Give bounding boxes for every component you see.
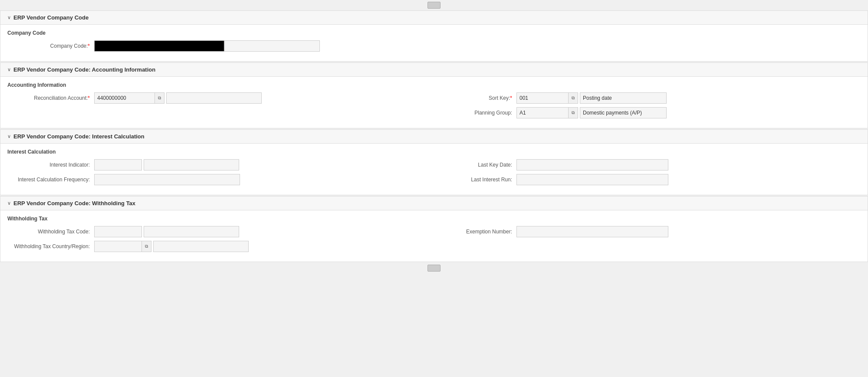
withholding-tax-country-row: Withholding Tax Country/Region: ⧉ <box>7 241 421 252</box>
vendor-company-code-title: ERP Vendor Company Code <box>13 14 89 21</box>
withholding-tax-country-label: Withholding Tax Country/Region: <box>7 243 94 249</box>
bottom-scrollbar <box>0 263 868 273</box>
last-interest-run-label: Last Interest Run: <box>447 177 516 183</box>
vendor-company-code-section: ∨ ERP Vendor Company Code Company Code C… <box>0 10 868 62</box>
interest-calculation-layout: Interest Indicator: Interest Calculation… <box>7 159 861 189</box>
accounting-right: Sort Key:* ⧉ Planning Group: <box>438 92 861 122</box>
withholding-tax-country-input[interactable] <box>94 241 142 252</box>
last-key-date-label: Last Key Date: <box>447 162 516 168</box>
withholding-tax-country-desc-input[interactable] <box>153 241 249 252</box>
company-code-extra-input[interactable] <box>224 40 320 52</box>
accounting-information-layout: Reconciliation Account:* ⧉ Sort Key:* <box>7 92 861 122</box>
company-code-input[interactable] <box>94 40 224 52</box>
withholding-tax-body: Withholding Tax Withholding Tax Code: Wi… <box>0 210 868 262</box>
interest-left: Interest Indicator: Interest Calculation… <box>7 159 438 189</box>
reconciliation-account-label: Reconciliation Account:* <box>7 95 94 101</box>
reconciliation-copy-icon[interactable]: ⧉ <box>155 92 164 104</box>
planning-group-desc-input[interactable] <box>580 107 667 118</box>
withholding-tax-code-row: Withholding Tax Code: <box>7 226 421 237</box>
exemption-number-row: Exemption Number: <box>447 226 861 237</box>
planning-group-label: Planning Group: <box>447 110 516 116</box>
interest-calculation-subsection: Interest Calculation <box>7 149 861 155</box>
interest-right: Last Key Date: Last Interest Run: <box>438 159 861 189</box>
page-container: ∨ ERP Vendor Company Code Company Code C… <box>0 0 868 377</box>
interest-calc-freq-input[interactable] <box>94 174 240 185</box>
scroll-up-button[interactable] <box>427 2 441 9</box>
exemption-number-input[interactable] <box>516 226 668 237</box>
last-interest-run-row: Last Interest Run: <box>447 174 861 185</box>
last-interest-run-input[interactable] <box>516 174 668 185</box>
withholding-tax-code-input2[interactable] <box>144 226 239 237</box>
interest-calculation-body: Interest Calculation Interest Indicator:… <box>0 144 868 195</box>
planning-group-field: ⧉ <box>516 107 578 118</box>
withholding-tax-section: ∨ ERP Vendor Company Code: Withholding T… <box>0 196 868 262</box>
accounting-information-title: ERP Vendor Company Code: Accounting Info… <box>13 66 155 73</box>
withholding-right: Exemption Number: <box>438 226 861 256</box>
interest-calc-freq-row: Interest Calculation Frequency: <box>7 174 421 185</box>
withholding-tax-code-label: Withholding Tax Code: <box>7 229 94 235</box>
accounting-information-subsection: Accounting Information <box>7 82 861 88</box>
interest-indicator-row: Interest Indicator: <box>7 159 421 170</box>
reconciliation-required: * <box>88 95 90 101</box>
sort-key-input[interactable] <box>516 92 569 104</box>
withholding-tax-country-copy-icon[interactable]: ⧉ <box>142 241 151 252</box>
withholding-tax-chevron: ∨ <box>7 200 11 206</box>
accounting-information-header[interactable]: ∨ ERP Vendor Company Code: Accounting In… <box>0 63 868 77</box>
withholding-tax-country-field: ⧉ <box>94 241 151 252</box>
accounting-information-body: Accounting Information Reconciliation Ac… <box>0 77 868 128</box>
last-key-date-row: Last Key Date: <box>447 159 861 170</box>
sort-key-row: Sort Key:* ⧉ <box>447 92 861 104</box>
accounting-information-chevron: ∨ <box>7 67 11 72</box>
withholding-left: Withholding Tax Code: Withholding Tax Co… <box>7 226 438 256</box>
withholding-tax-code-input1[interactable] <box>94 226 142 237</box>
interest-indicator-label: Interest Indicator: <box>7 162 94 168</box>
reconciliation-account-desc-input[interactable] <box>166 92 262 104</box>
sort-key-desc-input[interactable] <box>580 92 667 104</box>
sort-key-copy-icon[interactable]: ⧉ <box>569 92 578 104</box>
withholding-tax-subsection: Withholding Tax <box>7 216 861 222</box>
scroll-down-button[interactable] <box>427 265 441 272</box>
interest-indicator-input2[interactable] <box>144 159 239 170</box>
vendor-company-code-chevron: ∨ <box>7 15 11 20</box>
reconciliation-account-row: Reconciliation Account:* ⧉ <box>7 92 421 104</box>
sort-key-label: Sort Key:* <box>447 95 516 101</box>
top-scrollbar <box>0 0 868 10</box>
interest-indicator-input1[interactable] <box>94 159 142 170</box>
interest-calc-freq-label: Interest Calculation Frequency: <box>7 177 94 183</box>
interest-calculation-chevron: ∨ <box>7 134 11 139</box>
sort-key-required: * <box>510 95 512 101</box>
planning-group-input[interactable] <box>516 107 569 118</box>
sort-key-field: ⧉ <box>516 92 578 104</box>
withholding-tax-layout: Withholding Tax Code: Withholding Tax Co… <box>7 226 861 256</box>
vendor-company-code-header[interactable]: ∨ ERP Vendor Company Code <box>0 11 868 25</box>
interest-calculation-header[interactable]: ∨ ERP Vendor Company Code: Interest Calc… <box>0 130 868 144</box>
exemption-number-label: Exemption Number: <box>447 229 516 235</box>
planning-group-copy-icon[interactable]: ⧉ <box>569 107 578 118</box>
vendor-company-code-body: Company Code Company Code:* <box>0 25 868 61</box>
reconciliation-account-input[interactable] <box>94 92 155 104</box>
planning-group-row: Planning Group: ⧉ <box>447 107 861 118</box>
interest-calculation-section: ∨ ERP Vendor Company Code: Interest Calc… <box>0 129 868 195</box>
accounting-information-section: ∨ ERP Vendor Company Code: Accounting In… <box>0 62 868 128</box>
vendor-company-code-subsection: Company Code <box>7 30 861 36</box>
withholding-tax-title: ERP Vendor Company Code: Withholding Tax <box>13 200 135 207</box>
accounting-left: Reconciliation Account:* ⧉ <box>7 92 438 122</box>
company-code-label: Company Code:* <box>7 43 94 49</box>
withholding-tax-header[interactable]: ∨ ERP Vendor Company Code: Withholding T… <box>0 197 868 210</box>
company-code-required: * <box>88 43 90 49</box>
last-key-date-input[interactable] <box>516 159 668 170</box>
company-code-row: Company Code:* <box>7 40 861 52</box>
reconciliation-account-field: ⧉ <box>94 92 164 104</box>
interest-calculation-title: ERP Vendor Company Code: Interest Calcul… <box>13 133 145 140</box>
